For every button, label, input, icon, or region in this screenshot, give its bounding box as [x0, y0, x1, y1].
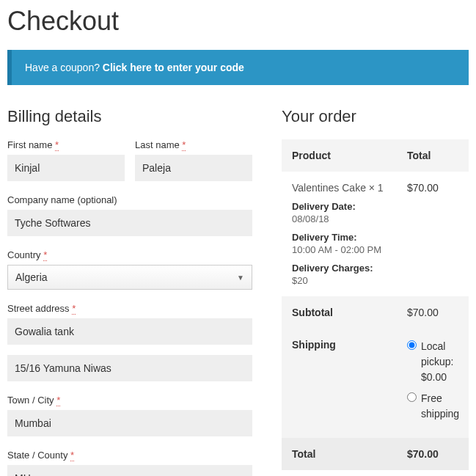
- coupon-prompt: Have a coupon?: [25, 62, 100, 73]
- shipping-radio-free[interactable]: [407, 392, 417, 402]
- shipping-label: Shipping: [292, 339, 407, 351]
- delivery-date-value: 08/08/18: [292, 213, 458, 224]
- delivery-time-value: 10:00 AM - 02:00 PM: [292, 244, 458, 255]
- city-label: Town / City *: [7, 395, 252, 406]
- order-heading: Your order: [282, 107, 469, 126]
- company-label: Company name (optional): [7, 194, 252, 205]
- order-item-name: Valentines Cake × 1: [292, 182, 407, 194]
- street2-input[interactable]: [7, 355, 252, 381]
- order-item-total: $70.00: [407, 182, 458, 194]
- country-label: Country *: [7, 249, 252, 260]
- street-label: Street address *: [7, 303, 252, 314]
- coupon-link[interactable]: Click here to enter your code: [103, 62, 244, 73]
- state-input[interactable]: [7, 465, 252, 476]
- shipping-option-free: Free shipping: [421, 391, 459, 422]
- country-value: Algeria: [15, 271, 48, 283]
- first-name-input[interactable]: [7, 155, 125, 181]
- delivery-charges-value: $20: [292, 275, 458, 286]
- total-col-header: Total: [407, 150, 458, 161]
- city-input[interactable]: [7, 410, 252, 436]
- last-name-input[interactable]: [135, 155, 252, 181]
- delivery-charges-label: Delivery Charges:: [292, 263, 458, 274]
- delivery-time-label: Delivery Time:: [292, 232, 458, 243]
- billing-heading: Billing details: [7, 107, 252, 126]
- delivery-date-label: Delivery Date:: [292, 201, 458, 212]
- product-col-header: Product: [292, 150, 407, 161]
- subtotal-label: Subtotal: [292, 307, 407, 318]
- shipping-radio-local[interactable]: [407, 340, 417, 350]
- street1-input[interactable]: [7, 318, 252, 345]
- total-label: Total: [292, 448, 407, 460]
- order-table: Product Total Valentines Cake × 1 $70.00…: [282, 139, 469, 470]
- shipping-option-local: Local pickup: $0.00: [421, 339, 458, 385]
- subtotal-value: $70.00: [407, 307, 458, 318]
- state-label: State / County *: [7, 450, 252, 461]
- page-title: Checkout: [7, 6, 469, 37]
- country-select[interactable]: Algeria ▼: [7, 265, 252, 290]
- chevron-down-icon: ▼: [237, 274, 244, 282]
- total-value: $70.00: [407, 448, 458, 460]
- first-name-label: First name *: [7, 139, 125, 150]
- coupon-notice: Have a coupon? Click here to enter your …: [7, 50, 469, 85]
- company-input[interactable]: [7, 210, 252, 236]
- last-name-label: Last name *: [135, 139, 252, 150]
